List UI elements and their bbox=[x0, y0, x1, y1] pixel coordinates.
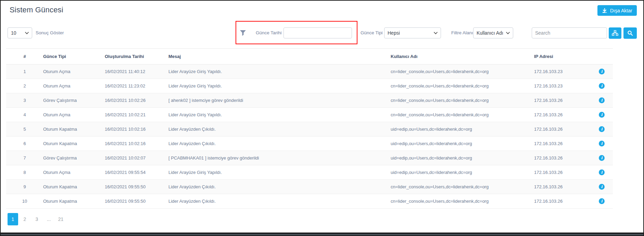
cell-type: Oturum Açma bbox=[43, 108, 105, 122]
filter-funnel-icon bbox=[240, 30, 246, 36]
cell-user: cn=lider_console,ou=Users,dc=liderahenk,… bbox=[391, 180, 534, 194]
cell-user: cn=lider_console,ou=Users,dc=liderahenk,… bbox=[391, 79, 534, 93]
chevron-down-icon bbox=[434, 32, 438, 34]
info-icon[interactable]: i bbox=[599, 141, 605, 146]
type-filter-value: Hepsi bbox=[388, 30, 400, 36]
cell-actions: i bbox=[591, 165, 613, 180]
page-size-select[interactable]: 10 bbox=[8, 27, 32, 38]
cell-type: Görev Çalıştırma bbox=[43, 93, 105, 108]
cell-created: 16/02/2021 10:02:07 bbox=[105, 151, 168, 165]
table-row: 7Görev Çalıştırma16/02/2021 10:02:07[ PC… bbox=[6, 151, 613, 165]
table-header-row: #Günce TipiOluşturulma TarihiMesajKullan… bbox=[6, 49, 613, 64]
cell-user: cn=lider_console,ou=Users,dc=liderahenk,… bbox=[391, 93, 534, 108]
search-input[interactable] bbox=[532, 27, 607, 38]
cell-num: 4 bbox=[6, 108, 43, 122]
cell-ip: 172.16.103.26 bbox=[534, 122, 591, 137]
page-button-3[interactable]: 3 bbox=[31, 213, 42, 225]
table-row: 5Oturum Kapatma16/02/2021 10:02:16Lider … bbox=[6, 122, 613, 137]
info-icon[interactable]: i bbox=[599, 184, 605, 190]
cell-ip: 172.16.103.26 bbox=[534, 137, 591, 151]
date-filter-input[interactable] bbox=[283, 27, 352, 38]
cell-num: 2 bbox=[6, 79, 43, 93]
search-button[interactable] bbox=[623, 27, 637, 39]
cell-message: [ ahenk02 ] istemciye görev gönderildi bbox=[168, 93, 391, 108]
field-filter-label: Filtre Alanı bbox=[451, 27, 473, 38]
column-header-actions bbox=[591, 49, 613, 64]
cell-num: 9 bbox=[6, 180, 43, 194]
table-row: 2Oturum Açma16/02/2021 11:23:02Lider Ara… bbox=[6, 79, 613, 93]
cell-user: uid=edip,ou=Users,dc=liderahenk,dc=org bbox=[391, 165, 534, 180]
cell-type: Oturum Açma bbox=[43, 79, 105, 93]
column-header: Oluşturulma Tarihi bbox=[105, 49, 168, 64]
cell-created: 16/02/2021 10:02:21 bbox=[105, 108, 168, 122]
cell-message: Lider Arayüze Giriş Yapıldı. bbox=[168, 79, 391, 93]
info-icon[interactable]: i bbox=[599, 126, 605, 132]
type-filter-select[interactable]: Hepsi bbox=[384, 27, 441, 38]
cell-actions: i bbox=[591, 93, 613, 108]
cell-message: [ PCABMHAKA01 ] istemciye görev gönderil… bbox=[168, 151, 391, 165]
column-header: Günce Tipi bbox=[43, 49, 105, 64]
info-icon[interactable]: i bbox=[599, 155, 605, 161]
cell-num: 7 bbox=[6, 151, 43, 165]
field-filter-value: Kullanıcı Adı bbox=[477, 30, 503, 36]
table-body: 1Oturum Açma16/02/2021 11:40:12Lider Ara… bbox=[6, 64, 613, 209]
cell-created: 16/02/2021 10:02:16 bbox=[105, 137, 168, 151]
bottom-bar bbox=[0, 233, 644, 236]
cell-ip: 172.16.103.26 bbox=[534, 151, 591, 165]
cell-created: 16/02/2021 09:55:54 bbox=[105, 165, 168, 180]
search-icon bbox=[627, 30, 633, 36]
export-button-label: Dışa Aktar bbox=[610, 8, 632, 13]
table-row: 1Oturum Açma16/02/2021 11:40:12Lider Ara… bbox=[6, 64, 613, 79]
table-row: 10Oturum Kapatma16/02/2021 09:55:50Lider… bbox=[6, 194, 613, 209]
column-header: IP Adresi bbox=[534, 49, 591, 64]
cell-ip: 172.16.103.26 bbox=[534, 165, 591, 180]
cell-user: cn=lider_console,ou=Users,dc=liderahenk,… bbox=[391, 64, 534, 79]
chevron-down-icon bbox=[506, 32, 510, 34]
info-icon[interactable]: i bbox=[599, 198, 605, 204]
cell-created: 16/02/2021 11:40:12 bbox=[105, 64, 168, 79]
info-icon[interactable]: i bbox=[599, 169, 605, 175]
info-icon[interactable]: i bbox=[599, 83, 605, 89]
page-button-2[interactable]: 2 bbox=[20, 213, 30, 225]
table-row: 3Görev Çalıştırma16/02/2021 10:02:26[ ah… bbox=[6, 93, 613, 108]
cell-ip: 172.16.103.23 bbox=[534, 79, 591, 93]
tree-search-button[interactable] bbox=[609, 27, 621, 39]
info-icon[interactable]: i bbox=[599, 112, 605, 118]
cell-created: 16/02/2021 11:23:02 bbox=[105, 79, 168, 93]
cell-num: 6 bbox=[6, 137, 43, 151]
cell-num: 3 bbox=[6, 93, 43, 108]
cell-num: 8 bbox=[6, 165, 43, 180]
cell-message: Lider Arayüzden Çıkıldı. bbox=[168, 122, 391, 137]
cell-ip: 172.16.103.26 bbox=[534, 93, 591, 108]
date-filter-label: Günce Tarihi bbox=[256, 27, 282, 38]
cell-type: Görev Çalıştırma bbox=[43, 151, 105, 165]
cell-actions: i bbox=[591, 194, 613, 209]
table-row: 8Oturum Açma16/02/2021 09:55:54Lider Ara… bbox=[6, 165, 613, 180]
cell-user: cn=lider_console,ou=Users,dc=liderahenk,… bbox=[391, 108, 534, 122]
cell-message: Lider Arayüze Giriş Yapıldı. bbox=[168, 108, 391, 122]
cell-created: 16/02/2021 09:55:50 bbox=[105, 194, 168, 209]
download-icon bbox=[602, 8, 607, 13]
cell-actions: i bbox=[591, 137, 613, 151]
cell-actions: i bbox=[591, 79, 613, 93]
page-button-21[interactable]: 21 bbox=[55, 213, 66, 225]
cell-type: Oturum Kapatma bbox=[43, 180, 105, 194]
cell-user: uid=edip,ou=Users,dc=liderahenk,dc=org bbox=[391, 122, 534, 137]
export-button[interactable]: Dışa Aktar bbox=[597, 5, 637, 16]
cell-user: cn=lider_console,ou=Users,dc=liderahenk,… bbox=[391, 194, 534, 209]
info-icon[interactable]: i bbox=[599, 69, 605, 74]
cell-ip: 172.16.103.23 bbox=[534, 64, 591, 79]
cell-ip: 172.16.103.26 bbox=[534, 180, 591, 194]
cell-created: 16/02/2021 10:02:26 bbox=[105, 93, 168, 108]
log-table: #Günce TipiOluşturulma TarihiMesajKullan… bbox=[6, 48, 613, 209]
column-header: Mesaj bbox=[168, 49, 391, 64]
info-icon[interactable]: i bbox=[599, 97, 605, 103]
cell-num: 1 bbox=[6, 64, 43, 79]
cell-user: uid=edip,ou=Users,dc=liderahenk,dc=org bbox=[391, 137, 534, 151]
cell-message: Lider Arayüzden Çıkıldı. bbox=[168, 137, 391, 151]
page-ellipsis: ... bbox=[43, 213, 54, 225]
cell-type: Oturum Açma bbox=[43, 64, 105, 79]
cell-message: Lider Arayüze Giriş Yapıldı. bbox=[168, 165, 391, 180]
page-button-1[interactable]: 1 bbox=[8, 213, 18, 225]
field-filter-select[interactable]: Kullanıcı Adı bbox=[473, 27, 513, 38]
